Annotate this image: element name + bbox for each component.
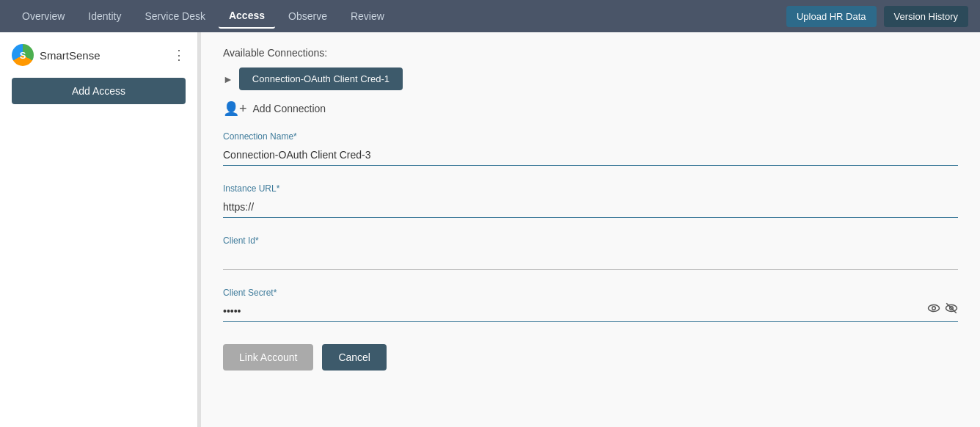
connection-name-label: Connection Name*: [223, 131, 958, 142]
svg-point-0: [929, 305, 940, 312]
nav-overview[interactable]: Overview: [12, 4, 75, 28]
instance-url-group: Instance URL*: [223, 183, 958, 218]
instance-url-label: Instance URL*: [223, 183, 958, 194]
brand-icon: S: [12, 44, 34, 66]
sidebar-menu-icon[interactable]: ⋮: [172, 47, 186, 63]
top-nav: Overview Identity Service Desk Access Ob…: [0, 0, 980, 32]
password-toggle-icons: [927, 302, 958, 318]
connection-name-group: Connection Name*: [223, 131, 958, 166]
client-secret-wrapper: [223, 301, 958, 322]
nav-observe[interactable]: Observe: [278, 4, 337, 28]
connection-badge[interactable]: Connection-OAuth Client Cred-1: [239, 67, 403, 90]
client-id-label: Client Id*: [223, 236, 958, 246]
eye-open-icon[interactable]: [927, 302, 940, 318]
add-person-icon: 👤+: [223, 101, 247, 117]
add-connection-row[interactable]: 👤+ Add Connection: [223, 101, 958, 117]
cancel-button[interactable]: Cancel: [322, 344, 387, 371]
add-connection-label: Add Connection: [253, 103, 326, 114]
version-history-button[interactable]: Version History: [884, 6, 968, 27]
eye-closed-icon[interactable]: [945, 302, 958, 318]
svg-point-1: [932, 307, 936, 310]
client-secret-input[interactable]: [223, 301, 958, 322]
available-connections-label: Available Connections:: [223, 47, 958, 59]
link-account-button[interactable]: Link Account: [223, 344, 313, 371]
chevron-right-icon[interactable]: ►: [223, 73, 233, 85]
upload-hr-data-button[interactable]: Upload HR Data: [786, 6, 877, 27]
sidebar-brand: S SmartSense: [12, 44, 100, 66]
client-secret-group: Client Secret*: [223, 288, 958, 322]
client-secret-label: Client Secret*: [223, 288, 958, 298]
connection-name-input[interactable]: [223, 145, 958, 166]
brand-initial: S: [20, 50, 26, 61]
instance-url-input[interactable]: [223, 197, 958, 218]
nav-service-desk[interactable]: Service Desk: [135, 4, 216, 28]
sidebar-header: S SmartSense ⋮: [12, 44, 186, 66]
client-id-input[interactable]: [223, 249, 958, 270]
main-content: Available Connections: ► Connection-OAut…: [201, 32, 980, 427]
nav-identity[interactable]: Identity: [78, 4, 131, 28]
nav-access[interactable]: Access: [219, 4, 275, 29]
brand-name: SmartSense: [40, 49, 100, 62]
client-id-group: Client Id*: [223, 236, 958, 270]
sidebar: S SmartSense ⋮ Add Access: [0, 32, 198, 427]
add-access-button[interactable]: Add Access: [12, 78, 186, 104]
form-buttons: Link Account Cancel: [223, 344, 958, 371]
connection-row: ► Connection-OAuth Client Cred-1: [223, 67, 958, 90]
layout: S SmartSense ⋮ Add Access Available Conn…: [0, 32, 980, 427]
nav-review[interactable]: Review: [340, 4, 395, 28]
